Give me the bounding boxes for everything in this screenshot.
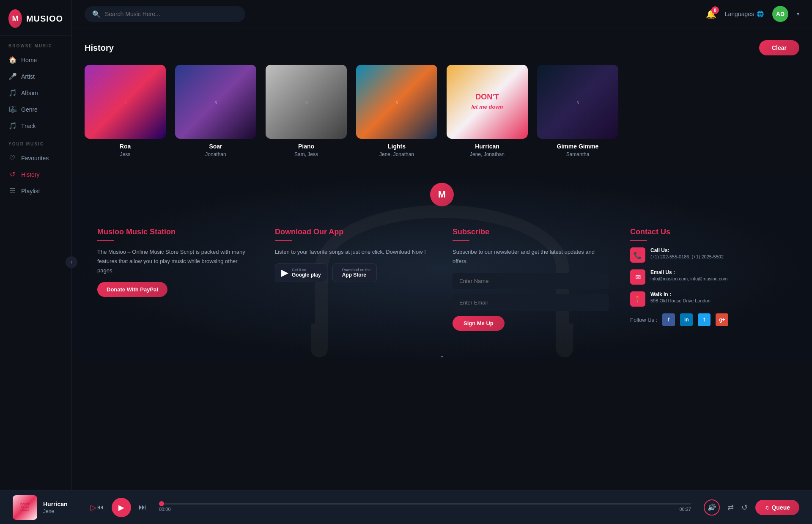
sign-me-up-button[interactable]: Sign Me Up — [453, 316, 505, 331]
sidebar-item-track-label: Track — [21, 123, 36, 129]
subscribe-email-input[interactable] — [453, 294, 609, 311]
music-card-lights-artist: Jene, Jonathan — [356, 151, 437, 157]
music-card-soar[interactable]: ♫ Soar Jonathan — [175, 65, 256, 157]
call-label: Call Us: — [650, 247, 724, 253]
player-bar: DON'Tlet medown Hurrican Jene ▷ ⏮ ▶ ⏭ 00… — [0, 490, 812, 524]
email-label: Email Us : — [650, 269, 728, 275]
player-track-title: Hurrican — [43, 501, 85, 508]
music-card-roa-image: ♫ — [85, 65, 166, 139]
time-row: 00:00 00:27 — [159, 507, 691, 512]
favourites-icon: ♡ — [8, 154, 16, 162]
music-card-gimmegimme[interactable]: ♫ Gimme Gimme Samantha — [537, 65, 618, 157]
footer-section: M Musioo Music Station The Musioo – Onli… — [72, 174, 812, 363]
phone-icon-box: 📞 — [630, 247, 645, 263]
footer-logo-center: M — [72, 174, 812, 206]
footer-station-description: The Musioo – Online Music Store Script i… — [97, 247, 254, 275]
language-button[interactable]: Languages 🌐 — [725, 11, 764, 17]
music-card-piano-artist: Sam, Jess — [266, 151, 347, 157]
footer-download-underline — [275, 240, 292, 241]
donate-button[interactable]: Donate With PayPal — [97, 282, 167, 297]
music-card-piano[interactable]: ♫ Piano Sam, Jess — [266, 65, 347, 157]
progress-dot — [159, 501, 164, 506]
sidebar-item-home-label: Home — [21, 57, 37, 63]
shuffle-button[interactable]: ⇄ — [727, 503, 734, 512]
app-store-text: Download on the App Store — [342, 268, 371, 278]
repeat-button[interactable]: ↺ — [741, 503, 748, 512]
sidebar-item-favourites[interactable]: ♡ Favourites — [0, 150, 71, 166]
search-input[interactable] — [105, 11, 238, 17]
home-icon: 🏠 — [8, 56, 16, 64]
footer-subscribe-col: Subscribe Subscribe to our newsletter an… — [453, 228, 609, 331]
sidebar-item-album[interactable]: 🎵 Album — [0, 85, 71, 101]
volume-button[interactable]: 🔊 — [704, 499, 720, 516]
music-card-roa-artist: Jess — [85, 151, 166, 157]
linkedin-button[interactable]: in — [680, 313, 693, 326]
notification-button[interactable]: 🔔 0 — [706, 9, 716, 19]
user-menu-chevron[interactable]: ▾ — [797, 11, 799, 17]
googleplus-button[interactable]: g+ — [716, 313, 728, 326]
sidebar-item-playlist[interactable]: ☰ Playlist — [0, 183, 71, 199]
footer-subscribe-underline — [453, 240, 469, 241]
footer-contact-col: Contact Us 📞 Call Us: (+1) 202-555-0186,… — [630, 228, 787, 331]
rewind-button[interactable]: ⏮ — [96, 503, 104, 512]
twitter-button[interactable]: t — [698, 313, 710, 326]
contact-call-item: 📞 Call Us: (+1) 202-555-0186, (+1) 2025-… — [630, 247, 787, 263]
music-card-gimmegimme-image: ♫ — [537, 65, 618, 139]
facebook-button[interactable]: f — [662, 313, 675, 326]
music-card-hurrican-artist: Jene, Jonathan — [447, 151, 528, 157]
player-progress[interactable]: 00:00 00:27 — [159, 503, 691, 512]
music-card-gimmegimme-title: Gimme Gimme — [537, 143, 618, 150]
play-pause-button[interactable]: ▶ — [112, 498, 131, 517]
music-card-roa-title: Roa — [85, 143, 166, 150]
player-controls: ⏮ ▶ ⏭ — [96, 498, 146, 517]
player-thumb-inner: DON'Tlet medown — [13, 495, 37, 520]
search-bar[interactable]: 🔍 — [85, 6, 245, 22]
current-time: 00:00 — [159, 507, 171, 512]
genre-icon: 🎼 — [8, 105, 16, 113]
queue-button[interactable]: ♫ Queue — [755, 500, 799, 515]
call-value: (+1) 202-555-0186, (+1) 2025-5502 — [650, 254, 724, 259]
sidebar-item-artist[interactable]: 🎤 Artist — [0, 68, 71, 85]
footer-contact-underline — [630, 240, 647, 241]
email-value: info@musioo.com, info@musioo.com — [650, 276, 728, 281]
user-avatar[interactable]: AD — [772, 6, 788, 22]
sidebar-collapse-button[interactable]: ‹ — [66, 256, 77, 268]
album-icon: 🎵 — [8, 89, 16, 97]
walkin-value: 598 Old House Drive London — [650, 298, 710, 303]
player-next-track-icon[interactable]: ▷ — [91, 503, 96, 512]
footer-station-col: Musioo Music Station The Musioo – Online… — [97, 228, 254, 331]
player-right-controls: 🔊 ⇄ ↺ ♫ Queue — [704, 499, 799, 516]
sidebar-item-genre[interactable]: 🎼 Genre — [0, 101, 71, 118]
sidebar-item-track[interactable]: 🎵 Track — [0, 118, 71, 134]
footer-subscribe-description: Subscribe to our newsletter and get the … — [453, 247, 609, 266]
sidebar-item-home[interactable]: 🏠 Home — [0, 52, 71, 68]
clear-button[interactable]: Clear — [759, 40, 799, 55]
music-card-lights-title: Lights — [356, 143, 437, 150]
google-play-button[interactable]: ▶ Get it on Google play — [275, 263, 327, 282]
footer-station-title: Musioo Music Station — [97, 228, 254, 236]
search-icon: 🔍 — [92, 10, 101, 18]
subscribe-name-input[interactable] — [453, 273, 609, 289]
music-card-hurrican[interactable]: DON'Tlet me down Hurrican Jene, Jonathan — [447, 65, 528, 157]
history-section: History Clear ♫ Roa Jess ♫ Soar Jonathan — [72, 28, 812, 166]
scroll-down-indicator[interactable]: ⌄ — [72, 348, 812, 363]
playlist-icon: ☰ — [8, 187, 16, 195]
footer-logo-icon: M — [430, 183, 454, 206]
music-card-roa[interactable]: ♫ Roa Jess — [85, 65, 166, 157]
app-store-button[interactable]: Download on the App Store — [332, 263, 377, 282]
sidebar-item-history[interactable]: ↺ History — [0, 166, 71, 183]
player-thumbnail: DON'Tlet medown — [13, 495, 37, 520]
progress-bar[interactable] — [159, 503, 691, 505]
history-header: History Clear — [85, 40, 799, 55]
history-icon: ↺ — [8, 170, 16, 178]
music-card-hurrican-image: DON'Tlet me down — [447, 65, 528, 139]
sidebar-logo: M MUSIOO — [0, 0, 71, 36]
footer-download-title: Download Our App — [275, 228, 431, 236]
music-card-lights[interactable]: ♫ Lights Jene, Jonathan — [356, 65, 437, 157]
sidebar-item-playlist-label: Playlist — [21, 188, 40, 195]
footer-download-description: Listen to your favorite songs at just on… — [275, 247, 431, 257]
footer-content: Musioo Music Station The Musioo – Online… — [72, 206, 812, 348]
fast-forward-button[interactable]: ⏭ — [139, 503, 146, 512]
sidebar-item-artist-label: Artist — [21, 73, 35, 80]
chevron-down-icon: ⌄ — [439, 352, 444, 359]
